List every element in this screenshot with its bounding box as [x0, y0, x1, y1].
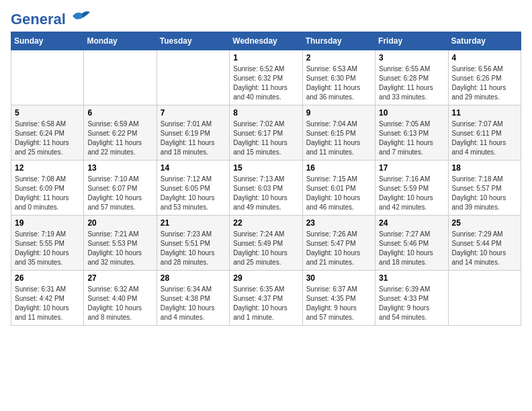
day-info: Sunrise: 6:56 AM Sunset: 6:26 PM Dayligh…	[452, 64, 517, 102]
calendar-cell: 21Sunrise: 7:23 AM Sunset: 5:51 PM Dayli…	[157, 216, 229, 271]
calendar-cell: 27Sunrise: 6:32 AM Sunset: 4:40 PM Dayli…	[84, 271, 157, 326]
weekday-header-tuesday: Tuesday	[157, 32, 229, 50]
day-number: 28	[161, 273, 226, 283]
day-number: 7	[161, 108, 226, 118]
weekday-header-sunday: Sunday	[11, 32, 84, 50]
day-info: Sunrise: 7:29 AM Sunset: 5:44 PM Dayligh…	[452, 230, 517, 267]
day-number: 17	[379, 163, 444, 173]
calendar-week-row: 26Sunrise: 6:31 AM Sunset: 4:42 PM Dayli…	[11, 271, 521, 326]
day-info: Sunrise: 7:05 AM Sunset: 6:13 PM Dayligh…	[379, 120, 444, 157]
calendar-cell: 18Sunrise: 7:18 AM Sunset: 5:57 PM Dayli…	[448, 161, 521, 216]
weekday-header-friday: Friday	[375, 32, 448, 50]
day-info: Sunrise: 7:27 AM Sunset: 5:46 PM Dayligh…	[379, 230, 444, 267]
day-info: Sunrise: 7:19 AM Sunset: 5:55 PM Dayligh…	[15, 230, 80, 267]
calendar-cell: 28Sunrise: 6:34 AM Sunset: 4:38 PM Dayli…	[157, 271, 229, 326]
day-info: Sunrise: 7:18 AM Sunset: 5:57 PM Dayligh…	[452, 175, 517, 212]
logo: General	[11, 11, 91, 25]
weekday-header-thursday: Thursday	[302, 32, 375, 50]
day-info: Sunrise: 7:13 AM Sunset: 6:03 PM Dayligh…	[233, 175, 298, 212]
calendar-cell: 2Sunrise: 6:53 AM Sunset: 6:30 PM Daylig…	[302, 50, 375, 105]
calendar-cell: 30Sunrise: 6:37 AM Sunset: 4:35 PM Dayli…	[302, 271, 375, 326]
day-info: Sunrise: 7:02 AM Sunset: 6:17 PM Dayligh…	[233, 120, 298, 157]
day-info: Sunrise: 7:08 AM Sunset: 6:09 PM Dayligh…	[15, 175, 80, 212]
calendar-cell: 1Sunrise: 6:52 AM Sunset: 6:32 PM Daylig…	[230, 50, 302, 105]
day-info: Sunrise: 6:34 AM Sunset: 4:38 PM Dayligh…	[161, 285, 226, 322]
day-info: Sunrise: 6:53 AM Sunset: 6:30 PM Dayligh…	[306, 64, 371, 102]
calendar-cell: 25Sunrise: 7:29 AM Sunset: 5:44 PM Dayli…	[448, 216, 521, 271]
calendar-week-row: 12Sunrise: 7:08 AM Sunset: 6:09 PM Dayli…	[11, 161, 521, 216]
day-number: 27	[87, 273, 152, 283]
calendar-cell: 3Sunrise: 6:55 AM Sunset: 6:28 PM Daylig…	[375, 50, 448, 105]
calendar-week-row: 19Sunrise: 7:19 AM Sunset: 5:55 PM Dayli…	[11, 216, 521, 271]
calendar-cell: 22Sunrise: 7:24 AM Sunset: 5:49 PM Dayli…	[230, 216, 302, 271]
calendar-cell: 5Sunrise: 6:58 AM Sunset: 6:24 PM Daylig…	[11, 105, 84, 161]
day-number: 23	[306, 218, 371, 228]
day-info: Sunrise: 6:58 AM Sunset: 6:24 PM Dayligh…	[15, 120, 80, 157]
day-info: Sunrise: 7:15 AM Sunset: 6:01 PM Dayligh…	[306, 175, 371, 212]
calendar-cell: 29Sunrise: 6:35 AM Sunset: 4:37 PM Dayli…	[230, 271, 302, 326]
day-number: 14	[161, 163, 226, 173]
day-number: 18	[452, 163, 517, 173]
day-info: Sunrise: 6:37 AM Sunset: 4:35 PM Dayligh…	[306, 285, 371, 322]
day-number: 26	[15, 273, 80, 283]
day-number: 31	[379, 273, 444, 283]
day-info: Sunrise: 7:04 AM Sunset: 6:15 PM Dayligh…	[306, 120, 371, 157]
day-info: Sunrise: 7:26 AM Sunset: 5:47 PM Dayligh…	[306, 230, 371, 267]
day-number: 12	[15, 163, 80, 173]
calendar-cell: 15Sunrise: 7:13 AM Sunset: 6:03 PM Dayli…	[230, 161, 302, 216]
day-number: 30	[306, 273, 371, 283]
day-info: Sunrise: 7:01 AM Sunset: 6:19 PM Dayligh…	[161, 120, 226, 157]
calendar-cell: 26Sunrise: 6:31 AM Sunset: 4:42 PM Dayli…	[11, 271, 84, 326]
weekday-header-monday: Monday	[84, 32, 157, 50]
day-number: 4	[452, 53, 517, 62]
calendar-week-row: 5Sunrise: 6:58 AM Sunset: 6:24 PM Daylig…	[11, 105, 521, 161]
logo-bird-icon	[71, 8, 91, 24]
calendar-cell	[448, 271, 521, 326]
calendar-cell	[157, 50, 229, 105]
day-number: 19	[15, 218, 80, 228]
calendar-cell: 24Sunrise: 7:27 AM Sunset: 5:46 PM Dayli…	[375, 216, 448, 271]
day-number: 2	[306, 53, 371, 62]
logo-text: General	[11, 11, 91, 28]
day-number: 3	[379, 53, 444, 62]
calendar-cell: 19Sunrise: 7:19 AM Sunset: 5:55 PM Dayli…	[11, 216, 84, 271]
calendar-cell: 7Sunrise: 7:01 AM Sunset: 6:19 PM Daylig…	[157, 105, 229, 161]
day-number: 11	[452, 108, 517, 118]
calendar-cell: 8Sunrise: 7:02 AM Sunset: 6:17 PM Daylig…	[230, 105, 302, 161]
calendar-week-row: 1Sunrise: 6:52 AM Sunset: 6:32 PM Daylig…	[11, 50, 521, 105]
day-info: Sunrise: 7:12 AM Sunset: 6:05 PM Dayligh…	[161, 175, 226, 212]
day-number: 21	[161, 218, 226, 228]
day-info: Sunrise: 7:07 AM Sunset: 6:11 PM Dayligh…	[452, 120, 517, 157]
calendar-cell: 17Sunrise: 7:16 AM Sunset: 5:59 PM Dayli…	[375, 161, 448, 216]
calendar-cell: 4Sunrise: 6:56 AM Sunset: 6:26 PM Daylig…	[448, 50, 521, 105]
day-info: Sunrise: 6:55 AM Sunset: 6:28 PM Dayligh…	[379, 64, 444, 102]
day-number: 29	[233, 273, 298, 283]
day-number: 13	[87, 163, 152, 173]
day-number: 8	[233, 108, 298, 118]
calendar-body: 1Sunrise: 6:52 AM Sunset: 6:32 PM Daylig…	[11, 50, 521, 326]
calendar-cell	[11, 50, 84, 105]
calendar-cell: 31Sunrise: 6:39 AM Sunset: 4:33 PM Dayli…	[375, 271, 448, 326]
calendar-cell: 20Sunrise: 7:21 AM Sunset: 5:53 PM Dayli…	[84, 216, 157, 271]
day-info: Sunrise: 6:35 AM Sunset: 4:37 PM Dayligh…	[233, 285, 298, 322]
day-number: 20	[87, 218, 152, 228]
day-number: 24	[379, 218, 444, 228]
day-number: 16	[306, 163, 371, 173]
weekday-header-saturday: Saturday	[448, 32, 521, 50]
day-number: 5	[15, 108, 80, 118]
day-number: 10	[379, 108, 444, 118]
calendar-cell	[84, 50, 157, 105]
day-number: 9	[306, 108, 371, 118]
calendar-cell: 16Sunrise: 7:15 AM Sunset: 6:01 PM Dayli…	[302, 161, 375, 216]
calendar-cell: 23Sunrise: 7:26 AM Sunset: 5:47 PM Dayli…	[302, 216, 375, 271]
day-info: Sunrise: 7:10 AM Sunset: 6:07 PM Dayligh…	[87, 175, 152, 212]
day-info: Sunrise: 7:16 AM Sunset: 5:59 PM Dayligh…	[379, 175, 444, 212]
day-info: Sunrise: 7:24 AM Sunset: 5:49 PM Dayligh…	[233, 230, 298, 267]
calendar-cell: 13Sunrise: 7:10 AM Sunset: 6:07 PM Dayli…	[84, 161, 157, 216]
calendar-cell: 12Sunrise: 7:08 AM Sunset: 6:09 PM Dayli…	[11, 161, 84, 216]
day-info: Sunrise: 6:31 AM Sunset: 4:42 PM Dayligh…	[15, 285, 80, 322]
day-info: Sunrise: 6:39 AM Sunset: 4:33 PM Dayligh…	[379, 285, 444, 322]
calendar-table: SundayMondayTuesdayWednesdayThursdayFrid…	[11, 32, 521, 326]
day-info: Sunrise: 6:52 AM Sunset: 6:32 PM Dayligh…	[233, 64, 298, 102]
day-number: 6	[87, 108, 152, 118]
